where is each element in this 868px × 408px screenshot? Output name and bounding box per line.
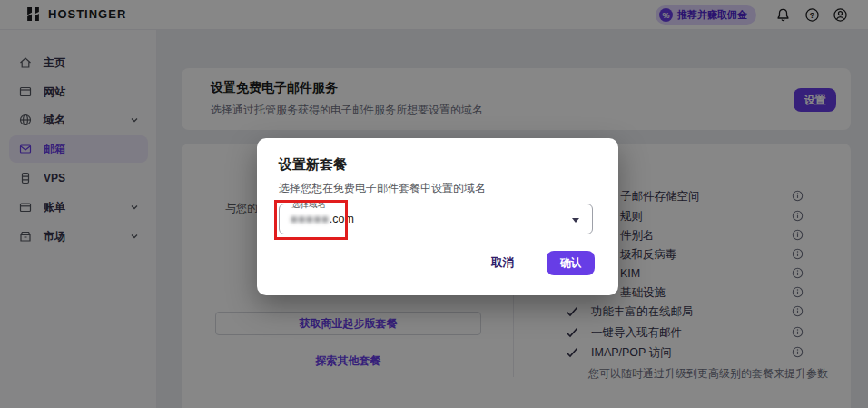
annotation-highlight-box	[274, 200, 348, 240]
chevron-down-icon	[572, 218, 579, 223]
modal-title: 设置新套餐	[279, 156, 347, 174]
confirm-button[interactable]: 确认	[547, 251, 595, 275]
modal-subtitle: 选择您想在免费电子邮件套餐中设置的域名	[279, 181, 486, 196]
app-window: HOSTINGER % 推荐并赚取佣金 ? 主页 网站	[0, 0, 868, 408]
cancel-button[interactable]: 取消	[491, 255, 514, 271]
